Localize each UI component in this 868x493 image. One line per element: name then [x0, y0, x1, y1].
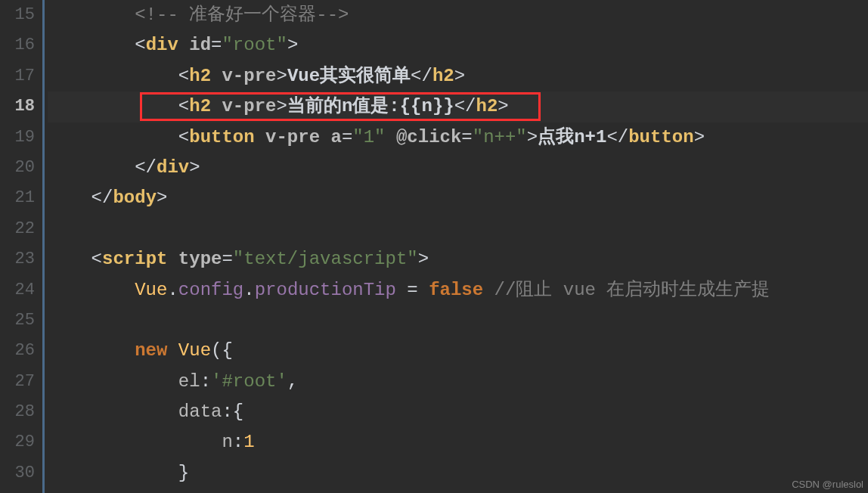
code-line[interactable]: [48, 214, 868, 244]
code-line[interactable]: new Vue({: [48, 336, 868, 366]
line-number-current: 18: [0, 91, 35, 122]
code-line[interactable]: n:1: [48, 427, 868, 457]
line-number: 30: [0, 458, 35, 488]
line-number: 22: [0, 214, 35, 244]
code-line[interactable]: <div id="root">: [48, 30, 868, 60]
code-line[interactable]: <!-- 准备好一个容器-->: [48, 0, 868, 30]
line-number: 29: [0, 427, 35, 457]
line-number-gutter: 15 16 17 18 19 20 21 22 23 24 25 26 27 2…: [0, 0, 42, 493]
code-line[interactable]: <script type="text/javascript">: [48, 244, 868, 274]
code-line[interactable]: el:'#root',: [48, 367, 868, 397]
code-area[interactable]: <!-- 准备好一个容器--> <div id="root"> <h2 v-pr…: [42, 0, 868, 493]
line-number: 23: [0, 244, 35, 274]
line-number: 20: [0, 153, 35, 183]
code-line[interactable]: </div>: [48, 153, 868, 183]
line-number: 17: [0, 61, 35, 91]
code-line[interactable]: <h2 v-pre>Vue其实很简单</h2>: [48, 61, 868, 91]
line-number: 19: [0, 122, 35, 153]
line-number: 25: [0, 305, 35, 336]
code-line[interactable]: data:{: [48, 397, 868, 427]
code-editor: 15 16 17 18 19 20 21 22 23 24 25 26 27 2…: [0, 0, 868, 493]
code-line[interactable]: Vue.config.productionTip = false //阻止 vu…: [48, 275, 868, 305]
line-number: 27: [0, 367, 35, 397]
code-line[interactable]: }: [48, 458, 868, 488]
line-number: 15: [0, 0, 35, 30]
line-number: 24: [0, 275, 35, 305]
code-line[interactable]: <button v-pre a="1" @click="n++">点我n+1</…: [48, 122, 868, 153]
code-line[interactable]: </body>: [48, 183, 868, 213]
line-number: 28: [0, 397, 35, 427]
code-line-current[interactable]: <h2 v-pre>当前的n值是:{{n}}</h2>: [48, 91, 868, 122]
code-line[interactable]: [48, 305, 868, 336]
line-number: 21: [0, 183, 35, 213]
line-number: 26: [0, 336, 35, 366]
watermark: CSDN @ruleslol: [792, 479, 863, 490]
line-number: 16: [0, 30, 35, 60]
